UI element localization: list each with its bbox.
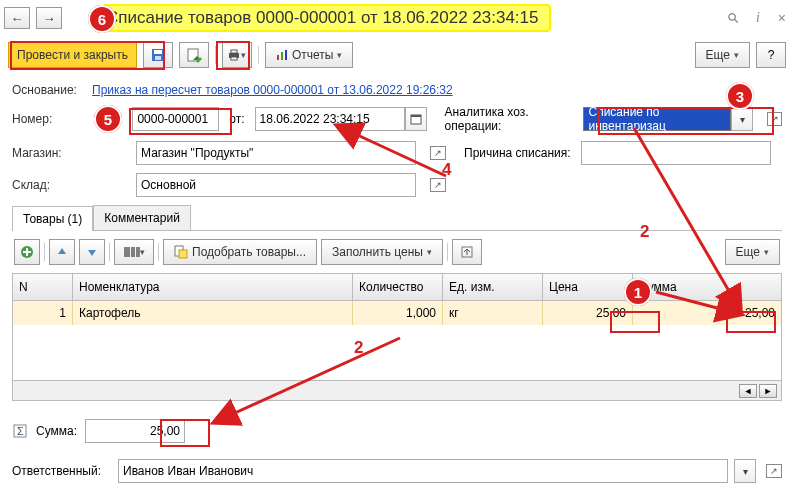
pick-goods-button[interactable]: Подобрать товары... [163,239,317,265]
grid-body[interactable]: 1 Картофель 1,000 кг 25,00 25,00 [12,301,782,381]
col-nomen[interactable]: Номенклатура [73,274,353,300]
basis-link[interactable]: Приказ на пересчет товаров 0000-000001 о… [92,83,453,97]
shop-label: Магазин: [12,146,82,160]
annotation-box-postclose [10,41,165,70]
shop-open-icon[interactable]: ↗ [430,146,446,160]
annotation-box-price [610,311,660,333]
window-title: Списание товаров 0000-000001 от 18.06.20… [102,4,551,32]
barcode-icon [124,245,140,259]
help-button[interactable]: ? [756,42,786,68]
move-down-button[interactable] [79,239,105,265]
scroll-right-icon[interactable]: ► [759,384,777,398]
col-qty[interactable]: Количество [353,274,443,300]
svg-rect-7 [277,55,279,60]
annotation-box-postbtn [216,41,250,70]
move-up-button[interactable] [49,239,75,265]
close-icon[interactable]: × [778,10,786,26]
pick-icon [174,245,188,259]
sum-icon: Σ [12,423,28,439]
reason-label: Причина списания: [464,146,571,160]
svg-rect-11 [411,115,421,117]
plus-icon [20,245,34,259]
svg-rect-8 [281,52,283,60]
window-controls: ⚲ i × [728,10,786,26]
warehouse-label: Склад: [12,178,82,192]
cell-qty: 1,000 [353,301,443,325]
annotation-box-sumcell [726,311,776,333]
arrow-up-icon [56,246,68,258]
arrow-down-icon [86,246,98,258]
svg-rect-9 [285,50,287,60]
expand-icon [460,245,474,259]
tab-comment[interactable]: Комментарий [93,205,191,230]
col-n[interactable]: N [13,274,73,300]
expand-button[interactable] [452,239,482,265]
link-icon[interactable]: ⚲ [724,9,742,27]
number-label: Номер: [12,112,82,126]
cell-unit: кг [443,301,543,325]
svg-rect-14 [179,250,187,258]
grid-header: N Номенклатура Количество Ед. изм. Цена … [12,273,782,301]
help-icon[interactable]: i [756,10,760,26]
reports-dropdown[interactable]: Отчеты [265,42,353,68]
titlebar: ← → Списание товаров 0000-000001 от 18.0… [0,0,794,36]
responsible-open-icon[interactable]: ↗ [766,464,782,478]
responsible-input[interactable]: Иванов Иван Иванович [118,459,728,483]
calendar-icon[interactable] [405,107,427,131]
reason-input[interactable] [581,141,771,165]
warehouse-input[interactable]: Основной [136,173,416,197]
col-sum[interactable]: Сумма [633,274,781,300]
annotation-box-number [129,108,232,135]
nav-forward-button[interactable]: → [36,7,62,29]
basis-label: Основание: [12,83,82,97]
analytic-label: Аналитика хоз. операции: [445,105,574,133]
col-price[interactable]: Цена [543,274,633,300]
annotation-box-sum [160,419,210,447]
shop-input[interactable]: Магазин "Продукты" [136,141,416,165]
cell-n: 1 [13,301,73,325]
date-input[interactable]: 18.06.2022 23:34:15 [255,107,405,131]
more-dropdown[interactable]: Еще [695,42,750,68]
table-row[interactable]: 1 Картофель 1,000 кг 25,00 25,00 [13,301,781,325]
scroll-left-icon[interactable]: ◄ [739,384,757,398]
cell-nomen: Картофель [73,301,353,325]
add-row-button[interactable] [14,239,40,265]
responsible-label: Ответственный: [12,464,112,478]
svg-text:Σ: Σ [17,425,24,437]
warehouse-open-icon[interactable]: ↗ [430,178,446,192]
annotation-box-analytic [598,107,774,135]
nav-back-button[interactable]: ← [4,7,30,29]
tab-goods[interactable]: Товары (1) [12,206,93,231]
barcode-dropdown[interactable] [114,239,154,265]
post-button[interactable] [179,42,209,68]
sum-label: Сумма: [36,424,77,438]
grid-more-dropdown[interactable]: Еще [725,239,780,265]
responsible-dropdown-icon[interactable]: ▾ [734,459,756,483]
fill-prices-dropdown[interactable]: Заполнить цены [321,239,443,265]
grid-scrollbar[interactable]: ◄ ► [12,381,782,401]
chart-icon [276,49,288,61]
col-unit[interactable]: Ед. изм. [443,274,543,300]
post-icon [186,47,202,63]
